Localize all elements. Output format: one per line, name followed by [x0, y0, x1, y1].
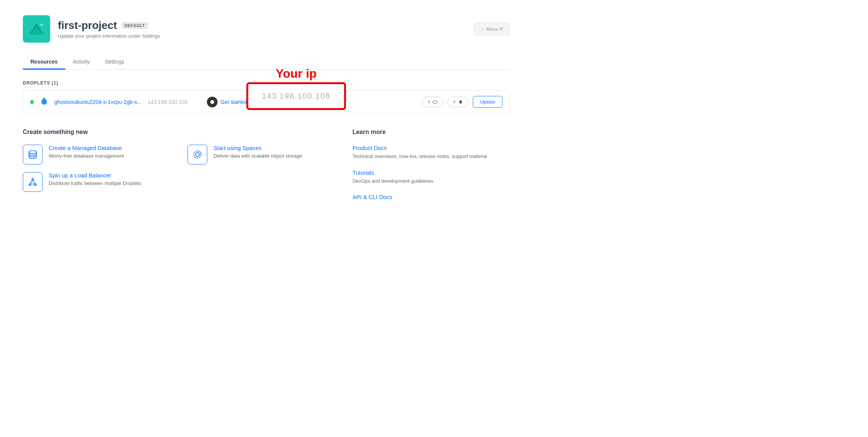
create-section: Create something new Create a Managed Da…: [23, 129, 337, 209]
svg-point-5: [29, 151, 37, 154]
project-logo: ✏: [23, 15, 50, 43]
droplet-actions: + + Upsize: [422, 96, 502, 108]
create-item-database-content: Create a Managed Database Worry-free dat…: [49, 145, 124, 159]
droplet-water-icon: [40, 97, 48, 107]
default-badge: DEFAULT: [122, 22, 148, 29]
svg-line-12: [33, 180, 36, 184]
create-database-link[interactable]: Create a Managed Database: [49, 145, 124, 151]
tutorials-desc: DevOps and development guidelines: [353, 178, 433, 184]
upsize-button[interactable]: Upsize: [473, 96, 502, 108]
status-dot-active: [30, 100, 34, 104]
svg-text:✏: ✏: [40, 23, 44, 27]
svg-point-8: [32, 178, 33, 180]
project-subtitle: Update your project information under Se…: [58, 33, 160, 39]
bottom-sections: Create something new Create a Managed Da…: [23, 129, 510, 209]
svg-marker-1: [29, 27, 44, 35]
tab-activity[interactable]: Activity: [65, 55, 97, 70]
tutorials-link[interactable]: Tutorials: [353, 169, 510, 176]
create-item-loadbalancer[interactable]: Spin up a Load Balancer Distribute traff…: [23, 172, 172, 192]
loadbalancer-icon: [23, 172, 43, 192]
get-started-button[interactable]: Get started: [207, 97, 247, 107]
project-name: first-project DEFAULT: [58, 19, 160, 32]
learn-item-docs: Product Docs Technical overviews, how-to…: [353, 145, 510, 160]
product-docs-desc: Technical overviews, how-tos, release no…: [353, 153, 487, 159]
add-droplet-button[interactable]: +: [447, 97, 469, 107]
create-item-database[interactable]: Create a Managed Database Worry-free dat…: [23, 145, 172, 164]
tab-settings[interactable]: Settings: [97, 55, 132, 70]
tab-resources[interactable]: Resources: [23, 55, 65, 70]
create-item-spaces-content: Start using Spaces Deliver data with sca…: [213, 145, 302, 159]
learn-item-tutorials: Tutorials DevOps and development guideli…: [353, 169, 510, 185]
svg-point-7: [196, 153, 200, 157]
add-volume-button[interactable]: +: [422, 97, 444, 107]
loadbalancer-desc: Distribute traffic between multiple Drop…: [49, 180, 141, 186]
loadbalancer-link[interactable]: Spin up a Load Balancer: [49, 172, 141, 179]
get-started-icon: [207, 97, 218, 107]
project-header: ✏ first-project DEFAULT Update your proj…: [23, 15, 510, 43]
create-item-spaces[interactable]: Start using Spaces Deliver data with sca…: [188, 145, 337, 164]
api-docs-link[interactable]: API & CLI Docs: [353, 194, 510, 200]
learn-item-api: API & CLI Docs: [353, 194, 510, 200]
svg-line-11: [30, 180, 33, 184]
spaces-desc: Deliver data with scalable object storag…: [213, 153, 302, 159]
your-ip-overlay: Your ip 143.198.100.108: [246, 67, 346, 110]
droplet-ip: 143.198.100.108: [148, 99, 201, 105]
svg-point-4: [433, 100, 437, 103]
ip-value: 143.198.100.108: [262, 92, 331, 100]
spaces-link[interactable]: Start using Spaces: [213, 145, 302, 151]
project-title-area: first-project DEFAULT Update your projec…: [58, 19, 160, 39]
create-section-title: Create something new: [23, 129, 337, 136]
database-icon: [23, 145, 43, 164]
your-ip-label: Your ip: [246, 67, 346, 81]
droplet-name-link[interactable]: ghostonubuntu2204-s-1vcpu-2gb-s...: [54, 99, 141, 105]
create-grid: Create a Managed Database Worry-free dat…: [23, 145, 337, 192]
move-resources-button[interactable]: → Move R: [474, 23, 510, 35]
learn-section-title: Learn more: [353, 129, 510, 136]
learn-section: Learn more Product Docs Technical overvi…: [353, 129, 510, 209]
create-database-desc: Worry-free database management: [49, 153, 124, 159]
product-docs-link[interactable]: Product Docs: [353, 145, 510, 151]
spaces-icon: [188, 145, 207, 164]
create-item-lb-content: Spin up a Load Balancer Distribute traff…: [49, 172, 141, 186]
ip-box: 143.198.100.108: [246, 82, 346, 110]
